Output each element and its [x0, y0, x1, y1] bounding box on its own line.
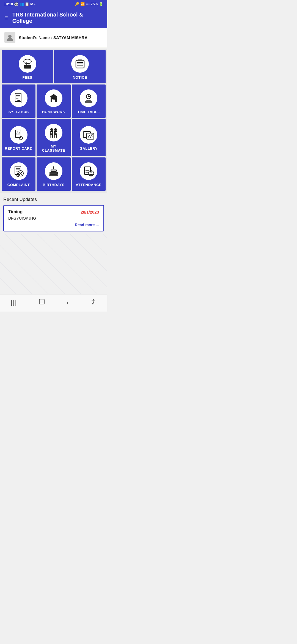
recent-updates-title: Recent Updates	[3, 197, 104, 202]
recent-apps-button[interactable]: |||	[11, 299, 17, 306]
wifi-icon: 📶	[80, 2, 85, 6]
app-header: ≡ TRS International School & College	[0, 8, 107, 28]
timetable-button[interactable]: TIME TABLE	[72, 84, 106, 118]
svg-point-72	[93, 299, 94, 300]
time-display: 10:18	[4, 2, 13, 6]
notice-label: NOTICE	[73, 75, 87, 80]
complaint-label: COMPLAINT	[7, 183, 30, 187]
birthdays-icon	[45, 162, 62, 180]
svg-point-33	[50, 128, 53, 131]
svg-text:A+: A+	[16, 131, 20, 134]
fees-label: FEES	[23, 75, 32, 80]
back-button[interactable]: ‹	[67, 299, 68, 306]
svg-rect-62	[49, 174, 58, 176]
attendance-button[interactable]: ATTENDANCE	[72, 157, 106, 191]
status-left: 10:18 🐼 👥 📋 M •	[4, 2, 35, 6]
menu-row-3: A+ REPORT CARD	[2, 119, 106, 156]
menu-row-2: SYLLABUS HOMEWORK	[2, 84, 106, 118]
menu-grid: $ FEES	[0, 49, 107, 193]
notification-icons: 🐼 👥 📋 M •	[14, 2, 35, 6]
battery-icon: 🔋	[99, 2, 103, 6]
gallery-icon	[80, 126, 97, 144]
update-card-body: DFGYUIOKJHG	[8, 216, 99, 220]
attendance-icon	[80, 162, 97, 180]
reportcard-button[interactable]: A+ REPORT CARD	[2, 119, 35, 156]
svg-rect-38	[56, 132, 57, 133]
svg-point-25	[88, 96, 89, 97]
student-name-label: Student's Name : SATYAM MISHRA	[19, 35, 87, 40]
menu-row-1: $ FEES	[2, 50, 106, 83]
menu-row-4: COMPLAINT	[2, 157, 106, 191]
gallery-button[interactable]: GALLERY	[72, 119, 106, 156]
svg-point-36	[54, 128, 57, 131]
recent-updates-section: Recent Updates Timing 28/1/2023 DFGYUIOK…	[0, 193, 107, 234]
battery-display: 75%	[91, 2, 98, 6]
svg-point-0	[8, 35, 12, 38]
status-bar: 10:18 🐼 👥 📋 M • 🔑 📶 ▪▪▪ 75% 🔋	[0, 0, 107, 8]
svg-rect-35	[51, 132, 52, 133]
attendance-label: ATTENDANCE	[76, 183, 102, 187]
svg-line-76	[93, 302, 94, 304]
homework-label: HOMEWORK	[42, 110, 65, 114]
svg-point-57	[53, 166, 54, 167]
status-right: 🔑 📶 ▪▪▪ 75% 🔋	[75, 2, 103, 6]
timetable-label: TIME TABLE	[77, 110, 100, 114]
bottom-navigation: ||| ‹	[0, 294, 107, 312]
update-card-title: Timing	[8, 209, 23, 214]
classmate-icon	[45, 124, 62, 141]
svg-point-21	[54, 99, 55, 100]
svg-line-75	[92, 302, 93, 304]
student-avatar	[4, 32, 15, 43]
app-title: TRS International School & College	[12, 12, 103, 24]
accessibility-button[interactable]	[90, 298, 97, 307]
update-card-date: 28/1/2023	[81, 210, 99, 214]
syllabus-button[interactable]: SYLLABUS	[2, 84, 35, 118]
svg-rect-71	[39, 299, 44, 304]
watermark-background	[0, 234, 107, 294]
read-more-button[interactable]: Read more ...	[8, 223, 99, 227]
notice-button[interactable]: NOTICE	[54, 50, 106, 83]
syllabus-icon	[10, 89, 28, 107]
gallery-label: GALLERY	[80, 146, 98, 151]
svg-marker-17	[50, 94, 58, 97]
timetable-icon	[80, 89, 97, 107]
classmate-button[interactable]: MY CLASSMATE	[37, 119, 70, 156]
key-icon: 🔑	[75, 2, 79, 6]
notice-icon	[71, 55, 89, 73]
hamburger-menu-button[interactable]: ≡	[4, 14, 8, 21]
home-button[interactable]	[38, 298, 45, 307]
update-card-header: Timing 28/1/2023	[8, 209, 99, 214]
update-card: Timing 28/1/2023 DFGYUIOKJHG Read more .…	[3, 205, 104, 231]
complaint-icon	[10, 162, 28, 180]
svg-point-20	[53, 99, 54, 100]
birthdays-button[interactable]: BIRTHDAYS	[37, 157, 70, 191]
fees-button[interactable]: $ FEES	[2, 50, 53, 83]
fees-icon: $	[19, 55, 36, 73]
birthdays-label: BIRTHDAYS	[43, 183, 64, 187]
student-name-bar: Student's Name : SATYAM MISHRA	[0, 28, 107, 47]
classmate-label: MY CLASSMATE	[39, 144, 68, 152]
homework-icon	[45, 89, 62, 107]
signal-icon: ▪▪▪	[86, 2, 90, 6]
reportcard-icon: A+	[10, 126, 28, 144]
reportcard-label: REPORT CARD	[5, 146, 32, 151]
homework-button[interactable]: HOMEWORK	[37, 84, 70, 118]
syllabus-label: SYLLABUS	[9, 110, 29, 114]
complaint-button[interactable]: COMPLAINT	[2, 157, 35, 191]
